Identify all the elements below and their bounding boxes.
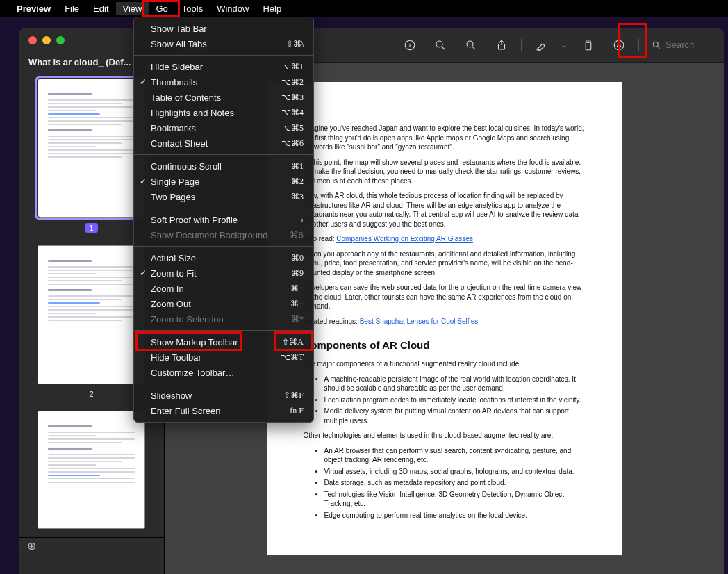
doc-list: A machine-readable persistent image of t…	[304, 375, 586, 426]
add-page-button[interactable]: ⊕	[19, 537, 164, 554]
menu-separator	[134, 384, 313, 384]
svg-line-4	[442, 47, 445, 49]
zoom-in-button[interactable]	[458, 35, 483, 55]
rotate-button[interactable]	[576, 35, 601, 55]
doc-link[interactable]: Best Snapchat Lenses for Cool Selfies	[360, 318, 479, 325]
doc-link[interactable]: Companies Working on Exciting AR Glasses	[336, 235, 473, 243]
thumbnail-page-3[interactable]	[27, 411, 156, 529]
markup-button[interactable]	[606, 35, 631, 55]
menu-item-hide-sidebar[interactable]: Hide Sidebar⌥⌘1	[134, 59, 313, 74]
minimize-window-button[interactable]	[42, 36, 51, 44]
toolbar-separator	[521, 39, 522, 51]
search-icon	[652, 40, 661, 50]
menu-separator	[134, 154, 313, 155]
svg-line-7	[472, 47, 475, 49]
doc-paragraph: When you approach any of the restaurants…	[304, 249, 586, 278]
page-number: 2	[89, 390, 93, 398]
menu-item-hide-toolbar[interactable]: Hide Toolbar⌥⌘T	[134, 350, 313, 365]
menu-separator	[134, 330, 313, 331]
menu-window[interactable]: Window	[210, 2, 256, 15]
menu-item-show-markup-toolbar[interactable]: Show Markup Toolbar⇧⌘A	[134, 334, 313, 350]
svg-point-15	[653, 42, 658, 47]
menu-item-zoom-in[interactable]: Zoom In⌘+	[134, 281, 313, 296]
info-button[interactable]	[397, 35, 422, 55]
view-menu-dropdown: Show Tab BarShow All Tabs⇧⌘\Hide Sidebar…	[133, 17, 314, 423]
menubar: Preview File Edit View Go Tools Window H…	[0, 0, 728, 17]
toolbar-separator	[638, 39, 639, 51]
doc-paragraph: Related readings: Best Snapchat Lenses f…	[304, 317, 586, 327]
menu-app[interactable]: Preview	[10, 2, 58, 15]
doc-paragraph: Developers can save the web-sourced data…	[304, 283, 586, 311]
doc-paragraph: Also read: Companies Working on Exciting…	[304, 234, 586, 244]
fullscreen-window-button[interactable]	[56, 36, 65, 44]
menu-item-two-pages[interactable]: Two Pages⌘3	[134, 189, 313, 204]
zoom-out-button[interactable]	[428, 35, 453, 55]
menu-item-soft-proof-with-profile[interactable]: Soft Proof with Profile›	[134, 212, 313, 227]
highlight-button[interactable]	[529, 35, 554, 55]
menu-item-actual-size[interactable]: Actual Size⌘0	[134, 250, 313, 265]
menu-item-zoom-out[interactable]: Zoom Out⌘−	[134, 296, 313, 311]
menu-item-contact-sheet[interactable]: Contact Sheet⌥⌘6	[134, 136, 313, 151]
menu-item-show-all-tabs[interactable]: Show All Tabs⇧⌘\	[134, 36, 313, 51]
menu-edit[interactable]: Edit	[86, 2, 115, 15]
svg-rect-13	[586, 42, 591, 50]
highlight-menu-chevron[interactable]: ⌄	[559, 42, 570, 49]
menu-file[interactable]: File	[58, 2, 86, 15]
page-number: 1	[85, 223, 97, 233]
search-field[interactable]	[646, 40, 714, 50]
document-page: Imagine you've reached Japan and want to…	[267, 82, 622, 555]
menu-item-show-document-background: Show Document Background⌘B	[134, 227, 313, 243]
menu-item-bookmarks[interactable]: Bookmarks⌥⌘5	[134, 120, 313, 136]
doc-list: An AR browser that can perform visual se…	[304, 446, 586, 520]
menu-item-enter-full-screen[interactable]: Enter Full Screenfn F	[134, 403, 313, 418]
menu-help[interactable]: Help	[256, 2, 288, 15]
doc-paragraph: The major components of a functional aug…	[304, 359, 586, 369]
doc-heading: Components of AR Cloud	[304, 338, 586, 352]
menu-item-continuous-scroll[interactable]: Continuous Scroll⌘1	[134, 158, 313, 174]
preview-window: What is ar cloud_ (Def... 1	[19, 28, 724, 574]
menu-item-thumbnails[interactable]: ✓Thumbnails⌥⌘2	[134, 74, 313, 90]
menu-item-show-tab-bar[interactable]: Show Tab Bar	[134, 21, 313, 36]
menu-separator	[134, 55, 313, 56]
menu-item-highlights-and-notes[interactable]: Highlights and Notes⌥⌘4	[134, 105, 313, 120]
menu-tools[interactable]: Tools	[175, 2, 210, 15]
menu-separator	[134, 246, 313, 247]
search-input[interactable]	[665, 40, 714, 50]
svg-line-16	[658, 46, 660, 48]
doc-paragraph: Now, with AR cloud, this whole tedious p…	[304, 191, 586, 229]
doc-paragraph: At this point, the map will show several…	[304, 158, 586, 186]
close-window-button[interactable]	[28, 36, 37, 44]
doc-paragraph: Imagine you've reached Japan and want to…	[304, 124, 586, 152]
doc-paragraph: Other technologies and elements used in …	[304, 431, 586, 441]
share-button[interactable]	[489, 35, 514, 55]
menu-item-slideshow[interactable]: Slideshow⇧⌘F	[134, 388, 313, 403]
menu-item-customize-toolbar[interactable]: Customize Toolbar…	[134, 365, 313, 380]
menu-item-single-page[interactable]: ✓Single Page⌘2	[134, 174, 313, 189]
menu-go[interactable]: Go	[149, 2, 174, 15]
menu-item-zoom-to-selection: Zoom to Selection⌘*	[134, 311, 313, 327]
menu-item-zoom-to-fit[interactable]: ✓Zoom to Fit⌘9	[134, 265, 313, 281]
menu-item-table-of-contents[interactable]: Table of Contents⌥⌘3	[134, 90, 313, 105]
menu-separator	[134, 208, 313, 208]
menu-view[interactable]: View	[116, 2, 149, 15]
